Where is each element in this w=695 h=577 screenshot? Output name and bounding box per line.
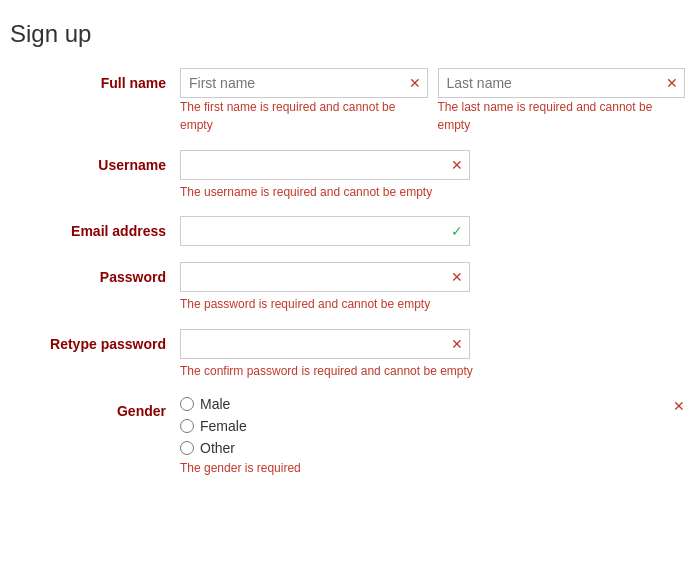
full-name-inputs: ✕ ✕ xyxy=(180,68,685,98)
first-name-input[interactable] xyxy=(180,68,428,98)
password-row: Password ✕ The password is required and … xyxy=(10,262,685,313)
gender-fields: Male Female Other ✕ The gender is requir… xyxy=(180,396,685,477)
username-error-icon: ✕ xyxy=(451,158,463,172)
gender-male-radio[interactable] xyxy=(180,397,194,411)
password-wrapper: ✕ xyxy=(180,262,470,292)
gender-radio-group: Male Female Other xyxy=(180,396,663,456)
retype-password-error-icon: ✕ xyxy=(451,337,463,351)
last-name-error-icon: ✕ xyxy=(666,76,678,90)
last-name-wrapper: ✕ xyxy=(438,68,686,98)
retype-password-label: Retype password xyxy=(10,329,180,352)
full-name-errors: The first name is required and cannot be… xyxy=(180,98,685,134)
retype-password-row: Retype password ✕ The confirm password i… xyxy=(10,329,685,380)
username-error-message: The username is required and cannot be e… xyxy=(180,184,685,201)
retype-password-input[interactable] xyxy=(180,329,470,359)
username-wrapper: ✕ xyxy=(180,150,470,180)
email-fields: ✓ xyxy=(180,216,685,246)
gender-label: Gender xyxy=(10,396,180,419)
gender-other-item: Other xyxy=(180,440,663,456)
full-name-fields: ✕ ✕ The first name is required and canno… xyxy=(180,68,685,134)
username-row: Username ✕ The username is required and … xyxy=(10,150,685,201)
gender-error-icon: ✕ xyxy=(673,398,685,414)
email-row: Email address ✓ xyxy=(10,216,685,246)
gender-other-label: Other xyxy=(200,440,235,456)
page-title: Sign up xyxy=(10,20,685,48)
first-name-error-icon: ✕ xyxy=(409,76,421,90)
password-label: Password xyxy=(10,262,180,285)
email-wrapper: ✓ xyxy=(180,216,470,246)
gender-x-area: ✕ xyxy=(673,396,685,414)
username-label: Username xyxy=(10,150,180,173)
password-fields: ✕ The password is required and cannot be… xyxy=(180,262,685,313)
retype-password-wrapper: ✕ xyxy=(180,329,470,359)
gender-female-label: Female xyxy=(200,418,247,434)
email-success-icon: ✓ xyxy=(451,224,463,238)
last-name-error-message: The last name is required and cannot be … xyxy=(438,98,686,134)
email-input[interactable] xyxy=(180,216,470,246)
gender-other-radio[interactable] xyxy=(180,441,194,455)
gender-male-label: Male xyxy=(200,396,230,412)
first-name-wrapper: ✕ xyxy=(180,68,428,98)
username-fields: ✕ The username is required and cannot be… xyxy=(180,150,685,201)
username-input[interactable] xyxy=(180,150,470,180)
retype-password-error-message: The confirm password is required and can… xyxy=(180,363,685,380)
gender-female-radio[interactable] xyxy=(180,419,194,433)
gender-header: Male Female Other ✕ xyxy=(180,396,685,456)
last-name-input[interactable] xyxy=(438,68,686,98)
gender-row: Gender Male Female Other xyxy=(10,396,685,477)
gender-female-item: Female xyxy=(180,418,663,434)
gender-error-message: The gender is required xyxy=(180,460,685,477)
gender-male-item: Male xyxy=(180,396,663,412)
email-label: Email address xyxy=(10,216,180,239)
full-name-label: Full name xyxy=(10,68,180,91)
password-error-icon: ✕ xyxy=(451,270,463,284)
signup-form: Full name ✕ ✕ The first name is required… xyxy=(10,68,685,477)
password-error-message: The password is required and cannot be e… xyxy=(180,296,685,313)
first-name-error-message: The first name is required and cannot be… xyxy=(180,98,428,134)
retype-password-fields: ✕ The confirm password is required and c… xyxy=(180,329,685,380)
password-input[interactable] xyxy=(180,262,470,292)
full-name-row: Full name ✕ ✕ The first name is required… xyxy=(10,68,685,134)
